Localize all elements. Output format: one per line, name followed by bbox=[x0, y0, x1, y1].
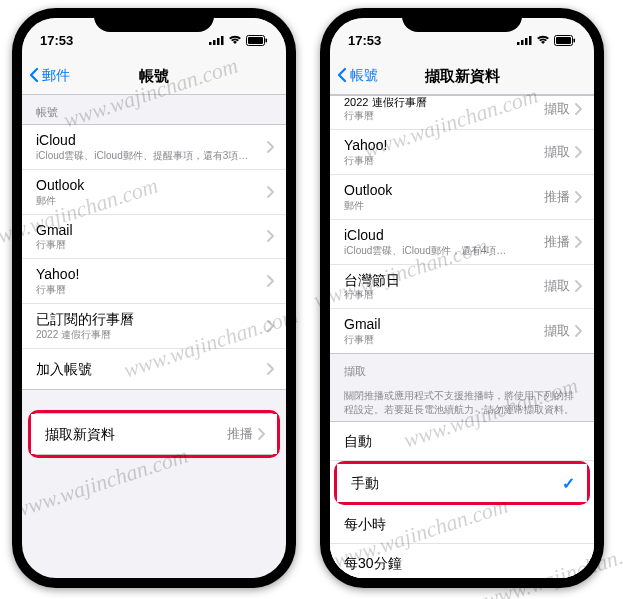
svg-rect-8 bbox=[521, 40, 524, 45]
battery-icon bbox=[246, 35, 268, 46]
account-row[interactable]: Gmail行事曆擷取 bbox=[330, 309, 594, 353]
account-row[interactable]: 已訂閱的行事曆2022 連假行事曆 bbox=[22, 304, 286, 349]
row-title: 加入帳號 bbox=[36, 361, 266, 378]
schedule-option[interactable]: 每30分鐘 bbox=[330, 544, 594, 578]
row-sub: 行事曆 bbox=[344, 289, 544, 301]
account-row[interactable]: iCloudiCloud雲碟、iCloud郵件、提醒事項，還有3項… bbox=[22, 125, 286, 170]
group-note: 關閉推播或應用程式不支援推播時，將使用下列的排程設定。若要延長電池續航力，請勿經… bbox=[330, 383, 594, 421]
notch bbox=[402, 8, 522, 32]
schedule-option[interactable]: 手動✓ bbox=[337, 464, 587, 502]
svg-rect-3 bbox=[221, 36, 224, 45]
account-row[interactable]: Gmail行事曆 bbox=[22, 215, 286, 260]
row-sub: iCloud雲碟、iCloud郵件、提醒事項，還有3項… bbox=[36, 150, 266, 162]
status-time: 17:53 bbox=[40, 33, 73, 48]
row-title: 每小時 bbox=[344, 516, 582, 533]
svg-rect-7 bbox=[517, 42, 520, 45]
row-title: Gmail bbox=[344, 316, 544, 333]
highlight-manual: 手動✓ bbox=[334, 461, 590, 505]
phone-left: 17:53 郵件 bbox=[12, 8, 296, 588]
row-detail: 擷取 bbox=[544, 143, 570, 161]
row-title: Outlook bbox=[36, 177, 266, 194]
chevron-right-icon bbox=[257, 428, 265, 440]
chevron-right-icon bbox=[266, 320, 274, 332]
chevron-right-icon bbox=[574, 280, 582, 292]
chevron-right-icon bbox=[266, 141, 274, 153]
row-sub: 行事曆 bbox=[344, 110, 544, 122]
fetch-new-data-row[interactable]: 擷取新資料 推播 bbox=[31, 414, 277, 454]
row-sub: 行事曆 bbox=[344, 334, 544, 346]
back-label: 郵件 bbox=[42, 67, 70, 85]
row-title: 已訂閱的行事曆 bbox=[36, 311, 266, 328]
row-detail: 擷取 bbox=[544, 277, 570, 295]
chevron-right-icon bbox=[574, 191, 582, 203]
battery-icon bbox=[554, 35, 576, 46]
screen-right: 17:53 帳號 bbox=[330, 18, 594, 578]
row-title: 手動 bbox=[351, 475, 562, 492]
chevron-right-icon bbox=[574, 103, 582, 115]
chevron-right-icon bbox=[266, 363, 274, 375]
nav-bar: 郵件 帳號 bbox=[22, 58, 286, 95]
accounts-list: 2022 連假行事曆行事曆擷取Yahoo!行事曆擷取Outlook郵件推播iCl… bbox=[330, 95, 594, 354]
cellular-icon bbox=[209, 35, 224, 45]
account-row[interactable]: Yahoo!行事曆擷取 bbox=[330, 130, 594, 175]
svg-rect-1 bbox=[213, 40, 216, 45]
add-account-row[interactable]: 加入帳號 bbox=[22, 349, 286, 389]
cellular-icon bbox=[517, 35, 532, 45]
account-row[interactable]: 2022 連假行事曆行事曆擷取 bbox=[330, 96, 594, 130]
nav-title: 帳號 bbox=[139, 67, 169, 86]
chevron-left-icon bbox=[336, 67, 350, 86]
row-title: 台灣節日 bbox=[344, 272, 544, 289]
svg-rect-12 bbox=[556, 37, 571, 44]
row-detail: 擷取 bbox=[544, 100, 570, 118]
schedule-option[interactable]: 自動 bbox=[330, 422, 594, 461]
account-row[interactable]: iCloudiCloud雲碟、iCloud郵件，還有4項…推播 bbox=[330, 220, 594, 265]
row-detail: 推播 bbox=[544, 233, 570, 251]
row-title: 擷取新資料 bbox=[45, 426, 227, 443]
row-sub: 行事曆 bbox=[36, 239, 266, 251]
accounts-list: iCloudiCloud雲碟、iCloud郵件、提醒事項，還有3項…Outloo… bbox=[22, 124, 286, 390]
content-right: 2022 連假行事曆行事曆擷取Yahoo!行事曆擷取Outlook郵件推播iCl… bbox=[330, 95, 594, 578]
account-row[interactable]: 台灣節日行事曆擷取 bbox=[330, 265, 594, 310]
chevron-right-icon bbox=[574, 325, 582, 337]
row-sub: 郵件 bbox=[36, 195, 266, 207]
wifi-icon bbox=[536, 35, 550, 45]
svg-rect-0 bbox=[209, 42, 212, 45]
schedule-option[interactable]: 每小時 bbox=[330, 505, 594, 544]
svg-rect-10 bbox=[529, 36, 532, 45]
back-button[interactable]: 郵件 bbox=[28, 58, 70, 94]
row-title: iCloud bbox=[36, 132, 266, 149]
row-detail: 擷取 bbox=[544, 322, 570, 340]
highlight-fetch: 擷取新資料 推播 bbox=[28, 410, 280, 458]
chevron-right-icon bbox=[574, 236, 582, 248]
row-title: 自動 bbox=[344, 433, 582, 450]
svg-rect-13 bbox=[574, 38, 576, 42]
chevron-right-icon bbox=[574, 146, 582, 158]
status-icons bbox=[517, 35, 576, 46]
phone-right: 17:53 帳號 bbox=[320, 8, 604, 588]
account-row[interactable]: Outlook郵件推播 bbox=[330, 175, 594, 220]
back-label: 帳號 bbox=[350, 67, 378, 85]
svg-rect-5 bbox=[248, 37, 263, 44]
nav-title: 擷取新資料 bbox=[425, 67, 500, 86]
row-title: Outlook bbox=[344, 182, 544, 199]
account-row[interactable]: Yahoo!行事曆 bbox=[22, 259, 286, 304]
chevron-right-icon bbox=[266, 186, 274, 198]
chevron-left-icon bbox=[28, 67, 42, 86]
back-button[interactable]: 帳號 bbox=[336, 58, 378, 94]
row-sub: 2022 連假行事曆 bbox=[36, 329, 266, 341]
svg-rect-6 bbox=[266, 38, 268, 42]
row-title: Gmail bbox=[36, 222, 266, 239]
chevron-right-icon bbox=[266, 275, 274, 287]
account-row[interactable]: Outlook郵件 bbox=[22, 170, 286, 215]
content-left: 帳號 iCloudiCloud雲碟、iCloud郵件、提醒事項，還有3項…Out… bbox=[22, 95, 286, 578]
row-title: 2022 連假行事曆 bbox=[344, 96, 544, 109]
schedule-list: 自動手動✓每小時每30分鐘每15分鐘 bbox=[330, 421, 594, 578]
svg-rect-2 bbox=[217, 38, 220, 45]
wifi-icon bbox=[228, 35, 242, 45]
screen-left: 17:53 郵件 bbox=[22, 18, 286, 578]
notch bbox=[94, 8, 214, 32]
row-sub: iCloud雲碟、iCloud郵件，還有4項… bbox=[344, 245, 544, 257]
row-sub: 郵件 bbox=[344, 200, 544, 212]
row-detail: 推播 bbox=[544, 188, 570, 206]
checkmark-icon: ✓ bbox=[562, 474, 575, 493]
